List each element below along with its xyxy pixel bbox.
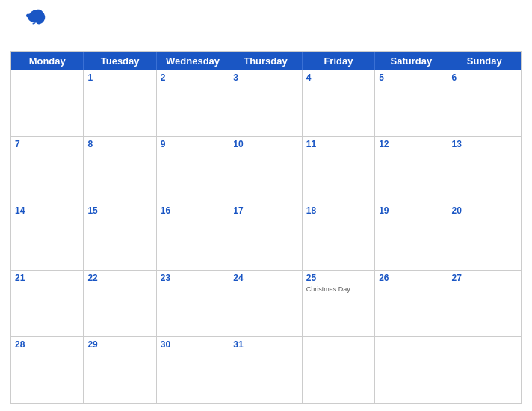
day-cell: 22: [84, 271, 156, 336]
weeks-container: 1234567891011121314151617181920212223242…: [11, 70, 521, 403]
day-cell: 10: [229, 137, 302, 203]
day-cell: 5: [375, 70, 448, 136]
day-number: 10: [233, 139, 297, 151]
day-cell: 7: [11, 137, 84, 203]
day-number: 2: [161, 72, 225, 84]
day-cell: 19: [375, 203, 448, 269]
week-row-2: 78910111213: [11, 136, 521, 203]
day-cell: [375, 337, 448, 403]
week-row-1: 123456: [11, 70, 521, 136]
day-number: 28: [15, 339, 79, 351]
day-header-saturday: Saturday: [375, 52, 448, 70]
day-cell: 17: [229, 203, 302, 269]
day-header-monday: Monday: [11, 52, 84, 70]
day-header-sunday: Sunday: [448, 52, 521, 70]
day-cell: 26: [375, 271, 448, 336]
day-header-friday: Friday: [303, 52, 375, 70]
day-cell: 8: [84, 137, 156, 203]
day-number: 6: [452, 72, 517, 84]
day-header-wednesday: Wednesday: [157, 52, 229, 70]
day-header-tuesday: Tuesday: [84, 52, 156, 70]
day-cell: 2: [157, 70, 229, 136]
day-cell: 30: [157, 337, 229, 403]
day-number: 27: [452, 273, 517, 285]
day-cell: 23: [157, 271, 229, 336]
day-cell: 18: [303, 203, 375, 269]
day-number: 5: [379, 72, 443, 84]
day-cell: [448, 337, 521, 403]
day-cell: 31: [229, 337, 302, 403]
day-number: 4: [306, 72, 371, 84]
day-cell: 21: [11, 271, 84, 336]
day-number: 29: [87, 339, 152, 351]
day-cell: 14: [11, 203, 84, 269]
day-number: 19: [379, 206, 443, 217]
holiday-name: Christmas Day: [306, 285, 371, 294]
day-number: 18: [306, 206, 371, 217]
day-cell: 16: [157, 203, 229, 269]
day-number: 22: [87, 273, 152, 285]
day-number: 3: [233, 72, 297, 84]
week-row-4: 2122232425Christmas Day2627: [11, 270, 521, 336]
day-number: 9: [161, 139, 225, 151]
page: MondayTuesdayWednesdayThursdayFridaySatu…: [0, 0, 532, 411]
logo: [10, 7, 63, 25]
day-number: 8: [87, 139, 152, 151]
day-cell: 9: [157, 137, 229, 203]
day-number: 26: [379, 273, 443, 285]
day-number: 20: [452, 206, 517, 217]
calendar-grid: MondayTuesdayWednesdayThursdayFridaySatu…: [10, 51, 522, 404]
day-cell: 24: [229, 271, 302, 336]
day-number: 13: [452, 139, 517, 151]
logo-bird-icon: [26, 8, 47, 25]
day-number: 25: [306, 273, 371, 285]
day-cell: 20: [448, 203, 521, 269]
day-number: 15: [87, 206, 152, 217]
day-cell: 6: [448, 70, 521, 136]
day-number: 1: [87, 72, 152, 84]
day-cell: 15: [84, 203, 156, 269]
day-number: 11: [306, 139, 371, 151]
day-cell: 12: [375, 137, 448, 203]
day-number: 7: [15, 139, 79, 151]
day-cell: 29: [84, 337, 156, 403]
day-cell: 4: [303, 70, 375, 136]
week-row-5: 28293031: [11, 336, 521, 403]
day-number: 12: [379, 139, 443, 151]
day-cell: 13: [448, 137, 521, 203]
day-number: 23: [161, 273, 225, 285]
day-cell: 25Christmas Day: [303, 271, 375, 336]
day-number: 17: [233, 206, 297, 217]
day-number: 21: [15, 273, 79, 285]
day-cell: 11: [303, 137, 375, 203]
day-number: 16: [161, 206, 225, 217]
week-row-3: 14151617181920: [11, 203, 521, 269]
day-number: 30: [161, 339, 225, 351]
day-number: 14: [15, 206, 79, 217]
day-cell: [11, 70, 84, 136]
day-cell: 27: [448, 271, 521, 336]
calendar-header: [10, 7, 522, 46]
day-number: 31: [233, 339, 297, 351]
day-number: 24: [233, 273, 297, 285]
day-headers-row: MondayTuesdayWednesdayThursdayFridaySatu…: [11, 52, 521, 70]
day-cell: [303, 337, 375, 403]
day-cell: 3: [229, 70, 302, 136]
day-cell: 1: [84, 70, 156, 136]
day-cell: 28: [11, 337, 84, 403]
day-header-thursday: Thursday: [229, 52, 302, 70]
